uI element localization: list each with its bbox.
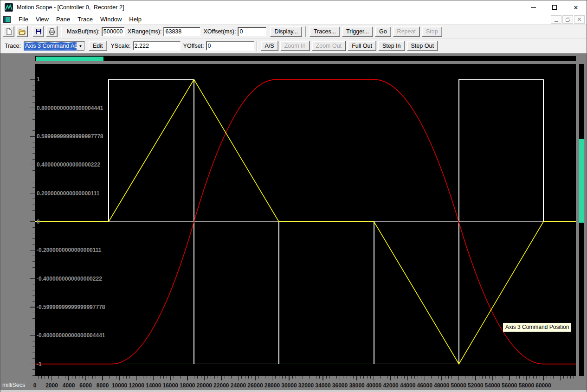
y-axis-ticks [28, 64, 35, 376]
save-floppy-icon [35, 28, 42, 35]
maximize-button[interactable] [544, 0, 565, 14]
yoffset-input[interactable] [206, 41, 254, 51]
yscale-input[interactable] [133, 41, 181, 51]
horizontal-scroll-thumb[interactable] [36, 57, 103, 61]
caption-buttons: ✕ [522, 0, 587, 14]
mdi-minimize-button[interactable] [551, 15, 561, 24]
window-title: Motion Scope - [Controller 0, Recorder 2… [17, 4, 124, 11]
toolbar-trace: Trace: Axis 3 Command Ac ▼ Edit YScale: … [0, 39, 587, 53]
trace-tooltip: Axis 3 Command Position [503, 322, 572, 332]
xoffset-input[interactable] [238, 27, 266, 36]
menu-view[interactable]: View [32, 15, 52, 24]
minimize-button[interactable] [522, 0, 544, 14]
xoffset-label: XOffset(ms): [203, 28, 236, 35]
print-icon [48, 28, 56, 35]
xrange-label: XRange(ms): [128, 28, 162, 35]
y-axis-label: 0.59999999999999997778 [37, 133, 103, 140]
y-axis-label: 0.2000000000000000111 [37, 190, 100, 197]
mdi-restore-button[interactable] [562, 15, 573, 24]
y-axis-label: -0.2000000000000000111 [37, 247, 101, 253]
y-axis-label: 0.4000000000000000222 [37, 161, 100, 168]
mdi-close-icon: ✕ [577, 17, 581, 22]
menu-trace[interactable]: Trace [74, 15, 97, 24]
zoom-in-button[interactable]: Zoom In [280, 41, 310, 51]
trace-plot [35, 64, 576, 376]
horizontal-scrollbar[interactable] [35, 56, 576, 61]
y-axis-label: 0 [37, 218, 40, 225]
new-button[interactable] [3, 26, 14, 37]
step-in-button[interactable]: Step In [378, 41, 405, 51]
chevron-down-icon[interactable]: ▼ [77, 42, 84, 51]
y-axis-label: 1 [37, 76, 40, 83]
menu-pane[interactable]: Pane [52, 15, 74, 24]
yscale-label: YScale: [111, 43, 131, 49]
toolbar-separator [61, 26, 62, 37]
scope-client-area: 10.800000000000000044410.599999999999999… [0, 53, 587, 392]
menu-bar: File View Pane Trace Window Help ✕ [0, 14, 587, 25]
title-bar: Motion Scope - [Controller 0, Recorder 2… [0, 0, 587, 14]
new-document-icon [5, 28, 13, 35]
vertical-scrollbar[interactable] [579, 64, 584, 376]
mdi-document-icon[interactable] [3, 16, 11, 23]
trace-combobox-value: Axis 3 Command Ac [24, 42, 77, 51]
trace-combobox[interactable]: Axis 3 Command Ac ▼ [24, 41, 85, 51]
save-button[interactable] [32, 26, 44, 37]
menu-help[interactable]: Help [125, 15, 145, 24]
yoffset-label: YOffset: [183, 43, 204, 49]
mdi-window-buttons: ✕ [551, 15, 585, 24]
mdi-restore-icon [566, 18, 570, 22]
trigger-button[interactable]: Trigger... [342, 26, 373, 37]
mdi-close-button[interactable]: ✕ [574, 15, 585, 24]
y-axis-label: 0.80000000000000004441 [37, 105, 103, 111]
edit-button[interactable]: Edit [89, 41, 107, 51]
app-icon [5, 3, 13, 12]
full-out-button[interactable]: Full Out [348, 41, 376, 51]
y-axis-label: -0.80000000000000004441 [37, 332, 105, 339]
x-axis-label: 60000 [530, 382, 556, 389]
motion-scope-window: Motion Scope - [Controller 0, Recorder 2… [0, 0, 587, 392]
stop-button[interactable]: Stop [422, 26, 442, 37]
menu-window[interactable]: Window [97, 15, 125, 24]
maxbuf-input[interactable] [102, 27, 125, 36]
x-axis: 0200040006000800010000120001400016000180… [0, 376, 587, 390]
close-button[interactable]: ✕ [565, 0, 587, 14]
maxbuf-label: MaxBuf(ms): [67, 28, 100, 35]
vertical-scroll-thumb[interactable] [579, 139, 584, 223]
scope-plot-area[interactable]: 10.800000000000000044410.599999999999999… [35, 64, 576, 376]
step-out-button[interactable]: Step Out [407, 41, 438, 51]
go-button[interactable]: Go [375, 26, 391, 37]
y-axis-label: -0.4000000000000000222 [37, 276, 102, 282]
traces-button[interactable]: Traces... [310, 26, 340, 37]
repeat-button[interactable]: Repeat [393, 26, 420, 37]
trace-label: Trace: [5, 43, 21, 49]
minimize-icon [531, 7, 536, 8]
open-button[interactable] [16, 26, 28, 37]
x-axis-unit-label: milliSecs [2, 382, 25, 388]
print-button[interactable] [46, 26, 58, 37]
close-icon: ✕ [574, 5, 579, 11]
status-strip [0, 390, 587, 392]
zoom-out-button[interactable]: Zoom Out [312, 41, 346, 51]
menu-file[interactable]: File [15, 15, 32, 24]
xrange-input[interactable] [163, 27, 200, 36]
toolbar-separator [257, 41, 258, 51]
toolbar-main: MaxBuf(ms): XRange(ms): XOffset(ms): Dis… [0, 25, 587, 39]
y-axis-label: -0.59999999999999997778 [37, 304, 105, 310]
y-axis-label: -1 [37, 361, 42, 367]
mdi-minimize-icon [555, 21, 558, 22]
open-folder-icon [19, 28, 26, 35]
display-button[interactable]: Display... [270, 26, 302, 37]
maximize-icon [552, 5, 557, 10]
as-button[interactable]: A/S [261, 41, 278, 51]
x-axis-ticks [35, 376, 576, 382]
toolbar-separator [305, 26, 306, 37]
